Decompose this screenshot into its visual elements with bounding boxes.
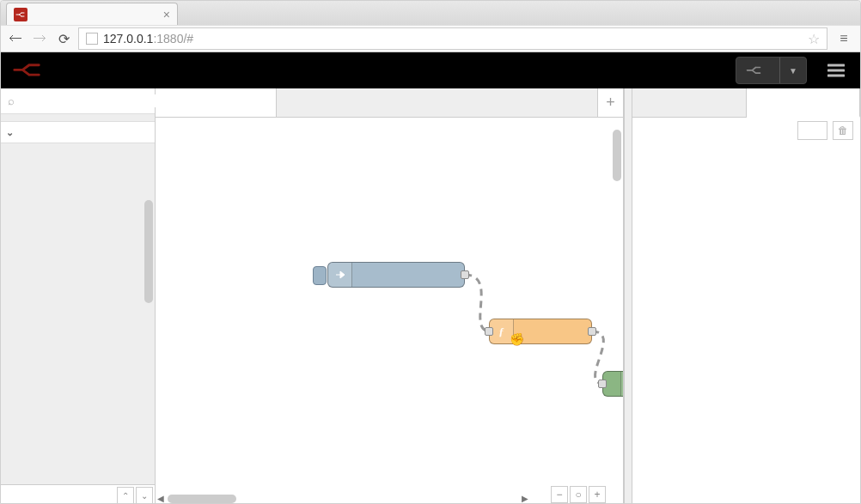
browser-toolbar: 🡐 🡒 ⟳ 127.0.0.1:1880/# ☆ ≡ — [1, 25, 860, 52]
function-node[interactable]: ƒ — [489, 319, 592, 344]
debug-toolbar: 🗑 — [632, 118, 860, 143]
scroll-right-icon[interactable]: ▶ — [522, 494, 528, 503]
url-text: 127.0.0.1:1880/# — [103, 32, 193, 46]
node-input-port[interactable] — [485, 327, 493, 336]
reload-button[interactable]: ⟳ — [54, 29, 73, 48]
clear-debug-button[interactable]: 🗑 — [833, 121, 853, 140]
workspace: + ƒ ✊ — [156, 88, 624, 504]
zoom-out-button[interactable]: − — [551, 486, 568, 503]
debug-icon — [620, 372, 623, 396]
canvas-scrollbar-horizontal[interactable] — [168, 495, 236, 503]
canvas-scrollbar-vertical[interactable] — [613, 130, 621, 181]
category-header-function[interactable]: ⌄ — [1, 121, 155, 143]
filter-nodes-input[interactable] — [20, 94, 164, 107]
wires-layer — [156, 118, 623, 504]
deploy-icon — [745, 64, 762, 76]
inject-trigger-button[interactable] — [313, 266, 327, 285]
palette-expand-button[interactable]: ⌄ — [136, 487, 153, 504]
url-bar[interactable]: 127.0.0.1:1880/# ☆ — [78, 27, 827, 50]
palette-collapse-button[interactable]: ⌃ — [117, 487, 134, 504]
node-red-logo-icon — [11, 61, 44, 80]
caret-down-icon[interactable]: ▼ — [779, 58, 797, 83]
page-icon — [86, 33, 98, 45]
sidebar-split-handle[interactable] — [624, 88, 632, 504]
forward-button[interactable]: 🡒 — [30, 29, 49, 48]
scroll-left-icon[interactable]: ◀ — [157, 494, 164, 503]
debug-node[interactable] — [602, 371, 623, 397]
function-icon: ƒ — [490, 319, 514, 343]
palette-filter: ⌕ — [1, 88, 155, 114]
search-icon: ⌕ — [8, 94, 15, 107]
app-header: ▼ — [1, 52, 860, 88]
canvas-zoom-controls: − ○ + — [551, 486, 606, 503]
zoom-reset-button[interactable]: ○ — [570, 486, 587, 503]
browser-menu-icon[interactable]: ≡ — [833, 27, 855, 50]
flow-tabs: + — [156, 88, 623, 118]
chevron-down-icon: ⌄ — [6, 127, 14, 138]
palette-footer: ⌃ ⌄ — [1, 484, 155, 504]
deploy-button[interactable]: ▼ — [736, 57, 807, 84]
add-flow-button[interactable]: + — [597, 88, 623, 117]
node-input-port[interactable] — [598, 380, 607, 388]
bookmark-star-icon[interactable]: ☆ — [808, 31, 820, 47]
node-output-port[interactable] — [588, 327, 596, 336]
close-icon[interactable]: × — [163, 9, 170, 21]
sidebar-tabs — [632, 88, 860, 118]
palette: ⌕ ⌄ ⌃ ⌄ — [1, 88, 156, 504]
palette-list: ⌄ — [1, 114, 155, 484]
debug-filter-segment[interactable] — [797, 121, 827, 140]
favicon-icon — [14, 8, 27, 21]
palette-scrollbar[interactable] — [144, 200, 153, 303]
node-output-port[interactable] — [461, 270, 469, 279]
sidebar: 🗑 — [632, 88, 860, 504]
zoom-in-button[interactable]: + — [589, 486, 606, 503]
back-button[interactable]: 🡐 — [6, 29, 25, 48]
browser-tabstrip: × — [1, 1, 860, 25]
inject-node[interactable] — [327, 262, 465, 288]
tab-info[interactable] — [632, 88, 747, 117]
app-menu-icon[interactable] — [822, 57, 850, 84]
tab-debug[interactable] — [747, 88, 861, 118]
main-area: ⌕ ⌄ ⌃ ⌄ + — [1, 88, 860, 504]
inject-icon — [328, 263, 352, 287]
browser-tab[interactable]: × — [6, 3, 178, 25]
flow-tab[interactable] — [156, 88, 277, 117]
flow-canvas[interactable]: ƒ ✊ ◀ ▶ − ○ + — [156, 118, 623, 504]
